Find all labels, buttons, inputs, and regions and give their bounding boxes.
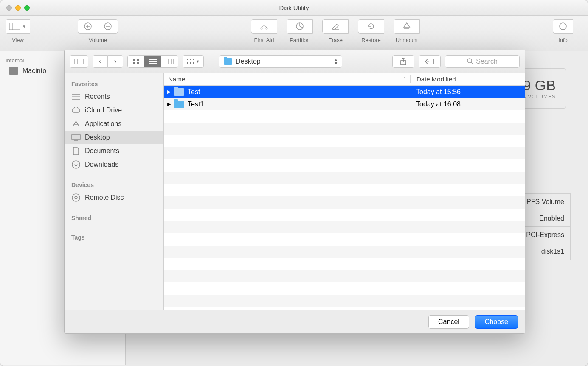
svg-rect-30 [190,59,191,60]
forward-button[interactable]: › [108,55,123,68]
disc-icon [71,194,81,201]
svg-point-47 [72,194,80,201]
file-date: Today at 16:08 [410,101,525,108]
first-aid-label: First Aid [254,37,274,43]
disclosure-triangle-icon[interactable]: ▶ [164,101,174,107]
recents-icon [71,93,81,101]
folder-icon [174,88,184,96]
sidebar-item-recents[interactable]: Recents [65,90,163,103]
info-enabled: Enabled [539,215,564,222]
date-column-header[interactable]: Date Modified [410,75,525,83]
sidebar-item-label: Remote Disc [85,194,124,201]
info-bus: PCI-Express [526,231,564,239]
share-icon [400,58,407,65]
name-column-header[interactable]: Name ˄ [164,75,410,83]
svg-rect-34 [193,62,194,64]
close-button[interactable] [6,5,12,11]
icon-view-button[interactable] [127,55,144,68]
svg-rect-22 [137,62,139,64]
column-view-button[interactable] [161,55,178,68]
chevron-down-icon: ▼ [22,24,26,29]
partition-button[interactable] [287,19,313,34]
toggle-sidebar-button[interactable] [70,55,88,68]
svg-point-48 [75,196,77,199]
info-icon [559,22,567,31]
sidebar-item-remote-disc[interactable]: Remote Disc [65,191,163,204]
unmount-icon [403,22,411,31]
location-label: Desktop [236,58,261,65]
share-button[interactable] [392,55,414,68]
titlebar: Disk Utility [0,0,588,16]
svg-rect-26 [166,59,174,64]
info-button[interactable] [553,19,573,34]
column-headers: Name ˄ Date Modified [164,73,525,86]
favorites-header: Favorites [65,78,163,90]
restore-button[interactable] [358,19,384,34]
desktop-icon [71,134,81,141]
sidebar-icon [9,23,20,30]
file-name: Test1 [188,101,410,108]
sidebar-item-documents[interactable]: Documents [65,144,163,158]
back-button[interactable]: ‹ [93,55,108,68]
sidebar-item-label: Recents [85,93,110,101]
sidebar-item-icloud[interactable]: iCloud Drive [65,103,163,117]
sidebar-icon [74,59,84,64]
restore-icon [367,22,375,31]
erase-icon [331,22,340,30]
sidebar-item-label: Downloads [85,161,118,168]
sidebar-item-downloads[interactable]: Downloads [65,158,163,171]
chooser-sidebar: Favorites Recents iCloud Drive Applicati… [65,73,164,310]
search-field[interactable]: Search [445,55,520,68]
cloud-icon [71,106,81,114]
location-dropdown[interactable]: Desktop ▴▾ [219,55,342,68]
nav-buttons: ‹ › [93,55,123,68]
info-device: disk1s1 [541,248,564,255]
disk-utility-window: Disk Utility ▼ View Volume [0,0,588,366]
first-aid-button[interactable] [251,19,277,34]
zoom-button[interactable] [24,5,30,11]
svg-rect-29 [187,59,188,60]
svg-point-38 [467,59,472,63]
volume-add-button[interactable] [78,19,98,34]
group-by-button[interactable]: ▼ [183,55,204,68]
file-row[interactable]: ▶Test1Today at 16:08 [164,98,525,110]
svg-rect-40 [72,95,80,100]
restore-label: Restore [361,37,381,43]
svg-rect-31 [193,59,194,60]
sidebar-item-desktop[interactable]: Desktop [65,131,163,144]
volume-remove-button[interactable] [98,19,118,34]
minimize-button[interactable] [15,5,21,11]
volume-remove-icon [104,22,112,31]
disclosure-triangle-icon[interactable]: ▶ [164,89,174,95]
sidebar-item-applications[interactable]: Applications [65,117,163,131]
view-mode-segment [127,55,178,68]
file-row [164,221,525,233]
search-icon [467,58,473,64]
partition-icon [295,22,304,31]
unmount-button[interactable] [394,19,420,34]
choose-button[interactable]: Choose [475,315,518,329]
file-row [164,196,525,209]
chevron-left-icon: ‹ [99,58,101,65]
view-label: View [12,37,24,43]
partition-label: Partition [290,37,310,43]
sidebar-item-label: iCloud Drive [85,106,122,114]
svg-rect-32 [187,62,188,64]
svg-point-15 [563,24,563,25]
file-row [164,110,525,123]
folder-icon [174,101,184,108]
sidebar-item-label: Applications [85,120,121,128]
file-row [164,159,525,172]
file-row [164,147,525,159]
info-label: Info [558,37,568,43]
list-view-button[interactable] [144,55,161,68]
file-row[interactable]: ▶TestToday at 15:56 [164,86,525,98]
grid-small-icon [187,59,194,64]
file-row [164,233,525,246]
cancel-button[interactable]: Cancel [428,315,469,329]
erase-button[interactable] [322,19,349,34]
documents-icon [71,147,81,155]
tags-button[interactable] [419,55,441,68]
view-mode-button[interactable]: ▼ [6,19,30,34]
chevron-down-icon: ▼ [196,59,200,64]
